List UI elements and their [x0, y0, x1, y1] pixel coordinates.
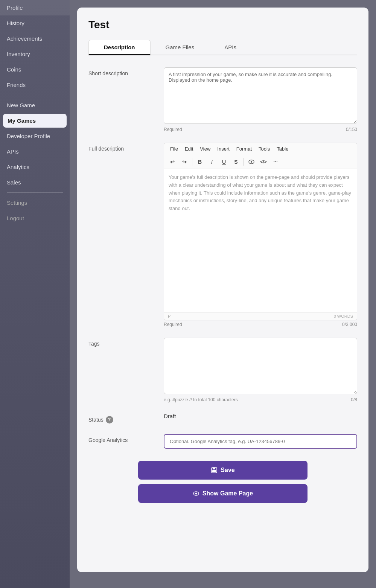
buttons-section: Save Show Game Page: [138, 461, 307, 503]
sidebar-item-label: Friends: [7, 82, 26, 88]
rte-strikethrough-button[interactable]: S: [231, 157, 241, 167]
google-analytics-row: Google Analytics: [88, 434, 357, 449]
tab-game-files[interactable]: Game Files: [151, 40, 210, 55]
short-description-count: 0/150: [346, 127, 357, 132]
status-row: Status ? Draft: [88, 413, 357, 423]
svg-point-1: [251, 161, 252, 163]
sidebar-item-coins[interactable]: Coins: [0, 62, 70, 77]
save-button[interactable]: Save: [138, 461, 307, 480]
rte-footer: P 0 WORDS: [164, 312, 357, 320]
sidebar-item-my-games[interactable]: My Games: [3, 114, 67, 128]
sidebar-item-label: Coins: [7, 66, 21, 73]
rte-menubar: File Edit View Insert Format Tools Table: [164, 143, 357, 155]
full-description-row: Full description File Edit View Insert F…: [88, 143, 357, 327]
short-description-hint: Required 0/150: [164, 127, 357, 132]
google-analytics-label: Google Analytics: [88, 434, 164, 443]
sidebar-item-sales[interactable]: Sales: [0, 175, 70, 190]
tags-hint: e.g. #puzzle // In total 100 characters …: [164, 397, 357, 402]
sidebar-item-new-game[interactable]: New Game: [0, 97, 70, 113]
rte-code-button[interactable]: </>: [258, 157, 269, 167]
sidebar-item-inventory[interactable]: Inventory: [0, 46, 70, 62]
sidebar-item-friends[interactable]: Friends: [0, 77, 70, 93]
main-content: Test Description Game Files APIs Short d…: [70, 0, 376, 588]
sidebar-divider-1: [7, 95, 63, 95]
full-description-hint: Required 0/3,000: [164, 322, 357, 327]
sidebar-item-label: Inventory: [7, 51, 30, 57]
sidebar-item-label: Logout: [7, 215, 24, 221]
short-description-row: Short description Required 0/150: [88, 67, 357, 132]
status-help-icon[interactable]: ?: [106, 416, 113, 423]
sidebar-item-logout[interactable]: Logout: [0, 210, 70, 226]
sidebar-item-history[interactable]: History: [0, 15, 70, 31]
tags-label: Tags: [88, 338, 164, 347]
tags-count: 0/8: [351, 397, 357, 402]
save-icon: [211, 467, 218, 474]
sidebar-item-label: My Games: [8, 117, 36, 124]
rte-italic-button[interactable]: I: [207, 157, 217, 167]
sidebar-item-label: New Game: [7, 102, 35, 108]
sidebar-item-label: Profile: [7, 5, 23, 11]
tab-bar: Description Game Files APIs: [88, 40, 357, 55]
rte-undo-button[interactable]: ↩: [167, 157, 178, 167]
sidebar-item-analytics[interactable]: Analytics: [0, 159, 70, 175]
sidebar-item-label: History: [7, 20, 24, 26]
tags-control: e.g. #puzzle // In total 100 characters …: [164, 338, 357, 402]
tags-hint-text: e.g. #puzzle // In total 100 characters: [164, 397, 238, 402]
sidebar-item-profile[interactable]: Profile: [0, 0, 70, 15]
short-description-textarea[interactable]: [164, 67, 357, 124]
full-description-count: 0/3,000: [342, 322, 357, 327]
rte-more-button[interactable]: ···: [270, 157, 281, 167]
short-description-label: Short description: [88, 67, 164, 76]
rte-footer-p: P: [168, 314, 170, 318]
svg-rect-4: [212, 470, 216, 472]
rte-preview-button[interactable]: [246, 157, 257, 167]
eye-icon: [193, 490, 199, 497]
sidebar: Profile History Achievements Inventory C…: [0, 0, 70, 588]
rte-menu-tools[interactable]: Tools: [256, 145, 273, 153]
tags-textarea[interactable]: [164, 338, 357, 394]
full-description-required: Required: [164, 322, 182, 327]
rte-separator-2: [244, 158, 244, 166]
rte-menu-insert[interactable]: Insert: [214, 145, 233, 153]
rte-underline-button[interactable]: U: [219, 157, 229, 167]
status-value: Draft: [164, 413, 176, 419]
status-control: Draft: [164, 413, 357, 419]
sidebar-item-achievements[interactable]: Achievements: [0, 31, 70, 46]
sidebar-item-developer-profile[interactable]: Developer Profile: [0, 128, 70, 144]
rich-text-editor: File Edit View Insert Format Tools Table…: [164, 143, 357, 320]
svg-point-6: [195, 493, 197, 495]
full-description-control: File Edit View Insert Format Tools Table…: [164, 143, 357, 327]
rte-footer-words: 0 WORDS: [334, 314, 353, 318]
sidebar-item-label: Achievements: [7, 35, 42, 42]
sidebar-divider-2: [7, 192, 63, 193]
sidebar-item-settings[interactable]: Settings: [0, 195, 70, 210]
show-game-page-button[interactable]: Show Game Page: [138, 484, 307, 503]
rte-menu-table[interactable]: Table: [274, 145, 291, 153]
sidebar-item-label: Sales: [7, 179, 21, 186]
content-card: Test Description Game Files APIs Short d…: [77, 8, 368, 572]
rte-menu-edit[interactable]: Edit: [182, 145, 196, 153]
tab-apis[interactable]: APIs: [209, 40, 251, 55]
sidebar-item-label: Developer Profile: [7, 133, 50, 139]
rte-menu-file[interactable]: File: [167, 145, 181, 153]
status-value-row: Draft: [164, 413, 357, 419]
short-description-control: Required 0/150: [164, 67, 357, 132]
full-description-label: Full description: [88, 143, 164, 152]
rte-redo-button[interactable]: ↪: [179, 157, 190, 167]
sidebar-item-apis[interactable]: APIs: [0, 144, 70, 159]
tags-row: Tags e.g. #puzzle // In total 100 charac…: [88, 338, 357, 402]
rte-separator-1: [192, 158, 192, 166]
rte-bold-button[interactable]: B: [195, 157, 205, 167]
sidebar-item-label: Settings: [7, 200, 27, 206]
google-analytics-control: [164, 434, 357, 449]
status-label: Status ?: [88, 413, 164, 423]
svg-rect-3: [213, 468, 215, 469]
google-analytics-input[interactable]: [164, 434, 357, 449]
sidebar-item-label: APIs: [7, 148, 19, 155]
tab-description[interactable]: Description: [88, 40, 151, 55]
sidebar-item-label: Analytics: [7, 164, 29, 170]
rte-menu-format[interactable]: Format: [233, 145, 255, 153]
rte-body[interactable]: Your game's full description is shown on…: [164, 169, 357, 312]
short-description-required: Required: [164, 127, 182, 132]
rte-menu-view[interactable]: View: [197, 145, 213, 153]
